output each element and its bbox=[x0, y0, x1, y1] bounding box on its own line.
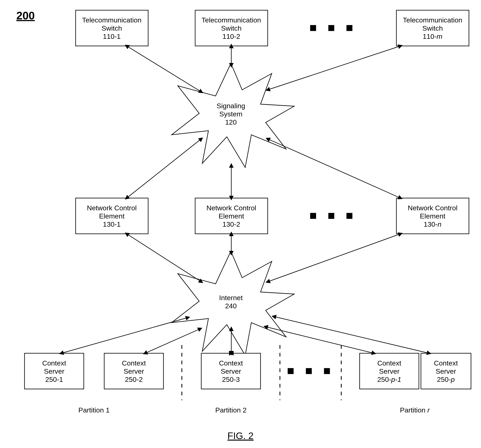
nce-2-l1: Network Control bbox=[206, 204, 256, 212]
nce-n-l3: 130-n bbox=[424, 220, 442, 228]
server-3-l3: 250-3 bbox=[222, 375, 240, 383]
nce-1-l1: Network Control bbox=[87, 204, 137, 212]
conn-nce1-int bbox=[127, 234, 201, 282]
ellipsis-switches: ■ ■ ■ bbox=[309, 21, 357, 34]
nce-2-l3: 130-2 bbox=[223, 220, 240, 228]
conn-ncen-int bbox=[268, 234, 400, 282]
conn-int-sp1 bbox=[266, 327, 374, 353]
partition-1-label: Partition 1 bbox=[78, 406, 110, 414]
nce-n-l2: Element bbox=[420, 212, 445, 220]
internet-l1: Internet bbox=[219, 294, 243, 301]
server-1: Context Server 250-1 bbox=[24, 353, 84, 389]
switch-1-l2: Switch bbox=[102, 24, 122, 32]
server-2-l3: 250-2 bbox=[125, 375, 143, 383]
server-1-l1: Context bbox=[42, 359, 66, 367]
server-p-l3: 250-p bbox=[437, 375, 455, 383]
server-p-l2: Server bbox=[436, 367, 456, 375]
server-p-l1: Context bbox=[434, 359, 458, 367]
server-2-l2: Server bbox=[124, 367, 144, 375]
switch-2-l3: 110-2 bbox=[223, 32, 240, 40]
ellipsis-nce: ■ ■ ■ bbox=[309, 208, 357, 222]
switch-m-l3: 110-m bbox=[423, 32, 442, 40]
switch-m: Telecommunication Switch 110-m bbox=[396, 10, 469, 46]
internet-l2: 240 bbox=[225, 302, 237, 310]
nce-2: Network Control Element 130-2 bbox=[195, 198, 268, 234]
signaling-l1: Signaling bbox=[217, 102, 245, 110]
switch-2-l2: Switch bbox=[221, 24, 241, 32]
server-2: Context Server 250-2 bbox=[104, 353, 164, 389]
server-p1: Context Server 250-p-1 bbox=[360, 353, 419, 389]
partition-r-label: Partition r bbox=[400, 406, 430, 414]
nce-1: Network Control Element 130-1 bbox=[75, 198, 148, 234]
internet: Internet 240 bbox=[172, 251, 294, 355]
diagram-canvas: 200 Telecommunication Switch 110-1 Telec… bbox=[0, 0, 481, 448]
conn-swm-sig bbox=[268, 46, 400, 90]
signaling-l2: System bbox=[219, 110, 242, 118]
conn-int-s2 bbox=[145, 329, 200, 353]
switch-2-l1: Telecommunication bbox=[202, 16, 261, 24]
signaling-l3: 120 bbox=[225, 118, 237, 126]
switch-m-l2: Switch bbox=[422, 24, 443, 32]
nce-n-l1: Network Control bbox=[408, 204, 458, 212]
nce-n: Network Control Element 130-n bbox=[396, 198, 469, 234]
nce-1-l3: 130-1 bbox=[103, 220, 121, 228]
server-p1-l1: Context bbox=[377, 359, 401, 367]
server-3-l1: Context bbox=[219, 359, 243, 367]
nce-2-l2: Element bbox=[219, 212, 244, 220]
server-p1-l2: Server bbox=[379, 367, 399, 375]
server-p1-l3: 250-p-1 bbox=[377, 375, 401, 383]
server-2-l1: Context bbox=[122, 359, 146, 367]
switch-2: Telecommunication Switch 110-2 bbox=[195, 10, 268, 46]
partition-2-label: Partition 2 bbox=[215, 406, 246, 414]
conn-sig-nce1 bbox=[127, 139, 201, 198]
server-1-l3: 250-1 bbox=[45, 375, 63, 383]
switch-1-l3: 110-1 bbox=[103, 32, 121, 40]
server-1-l2: Server bbox=[44, 367, 64, 375]
switch-m-l1: Telecommunication bbox=[403, 16, 462, 24]
figure-reference: 200 bbox=[16, 9, 35, 22]
conn-sig-ncen bbox=[268, 139, 400, 198]
figure-caption: FIG. 2 bbox=[227, 430, 254, 441]
conn-int-s1 bbox=[61, 317, 188, 353]
server-3: Context Server 250-3 bbox=[201, 353, 261, 389]
server-3-l2: Server bbox=[221, 367, 241, 375]
conn-sw1-sig bbox=[127, 46, 201, 92]
signaling-system: Signaling System 120 bbox=[172, 63, 294, 168]
switch-1-l1: Telecommunication bbox=[82, 16, 141, 24]
server-p: Context Server 250-p bbox=[421, 353, 471, 389]
nce-1-l2: Element bbox=[99, 212, 125, 220]
ellipsis-servers: ■ ■ ■ bbox=[287, 364, 334, 377]
switch-1: Telecommunication Switch 110-1 bbox=[75, 10, 148, 46]
